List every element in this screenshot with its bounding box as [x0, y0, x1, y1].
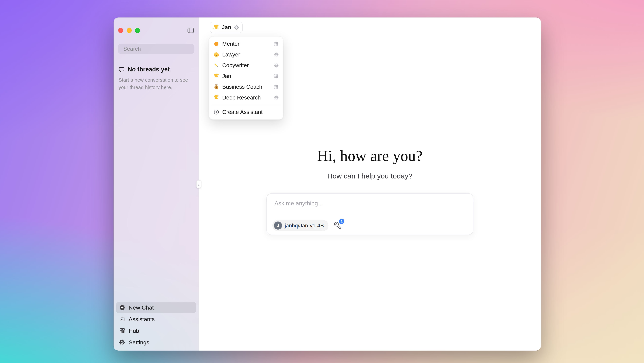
- sidebar-nav: New Chat Assistants H: [116, 302, 196, 348]
- empty-state-description: Start a new conversation to see your thr…: [118, 76, 193, 91]
- current-assistant-name: Jan: [222, 24, 231, 31]
- wave-emoji-icon: [213, 24, 219, 31]
- greeting-title: Hi, how are you?: [199, 147, 541, 165]
- sidebar-item-hub[interactable]: Hub: [116, 325, 196, 336]
- assistant-label: Lawyer: [222, 52, 240, 58]
- assistant-label: Jan: [222, 73, 231, 79]
- assistant-gear-icon[interactable]: [274, 52, 279, 57]
- robot-icon: [119, 316, 125, 322]
- grip-dots-icon: [198, 182, 200, 186]
- money-bag-emoji-icon: $: [214, 84, 219, 90]
- plus-circle-icon: [214, 109, 219, 115]
- assistant-gear-icon[interactable]: [274, 63, 279, 68]
- message-input[interactable]: [274, 200, 465, 207]
- assistant-selector-button[interactable]: Jan: [210, 22, 243, 33]
- thread-empty-state: No threads yet Start a new conversation …: [118, 66, 194, 91]
- nav-label: Hub: [129, 327, 139, 334]
- search-input[interactable]: [123, 46, 195, 52]
- greeting-subtitle: How can I help you today?: [199, 172, 541, 180]
- sidebar-item-new-chat[interactable]: New Chat: [116, 302, 196, 313]
- plus-circle-icon: [119, 304, 125, 311]
- gear-icon: [119, 339, 125, 345]
- tools-button[interactable]: 1: [334, 222, 342, 229]
- assistant-menu-item-deep-research[interactable]: Deep Research: [211, 92, 281, 103]
- nav-label: Assistants: [129, 316, 155, 322]
- assistant-gear-icon[interactable]: [274, 41, 279, 46]
- menu-divider: [212, 105, 280, 105]
- assistant-label: Deep Research: [222, 95, 261, 101]
- model-selector[interactable]: J janhq/Jan-v1-4B: [272, 220, 328, 231]
- greeting: Hi, how are you? How can I help you toda…: [199, 147, 541, 180]
- grid-icon: [119, 327, 125, 334]
- zoom-window-button[interactable]: [135, 28, 140, 33]
- app-window: No threads yet Start a new conversation …: [114, 18, 541, 350]
- model-name: janhq/Jan-v1-4B: [285, 222, 324, 229]
- sidebar: No threads yet Start a new conversation …: [114, 18, 199, 350]
- assistant-menu-item-business-coach[interactable]: $ Business Coach: [211, 82, 281, 92]
- tools-count-badge: 1: [338, 218, 345, 224]
- assistant-menu-item-jan[interactable]: Jan: [211, 71, 281, 82]
- svg-text:$: $: [216, 86, 217, 89]
- assistant-menu-item-lawyer[interactable]: Lawyer: [211, 49, 281, 60]
- assistant-gear-icon[interactable]: [274, 84, 279, 89]
- window-controls: [118, 28, 140, 33]
- assistant-gear-icon[interactable]: [274, 74, 279, 79]
- assistant-label: Copywriter: [222, 62, 249, 69]
- minimize-window-button[interactable]: [127, 28, 132, 33]
- sidebar-resize-handle[interactable]: [196, 180, 201, 188]
- sidebar-item-settings[interactable]: Settings: [116, 337, 196, 348]
- sidebar-header: [114, 18, 199, 36]
- assistant-settings-gear-icon[interactable]: [234, 25, 239, 30]
- hugging-face-emoji-icon: [214, 52, 219, 58]
- wave-emoji-icon: [214, 73, 219, 79]
- orange-circle-emoji-icon: [214, 41, 219, 47]
- assistant-menu-item-mentor[interactable]: Mentor: [211, 39, 281, 49]
- assistant-menu-item-copywriter[interactable]: Copywriter: [211, 60, 281, 71]
- pencil-emoji-icon: [214, 63, 219, 68]
- toggle-sidebar-button[interactable]: [187, 27, 194, 34]
- composer[interactable]: J janhq/Jan-v1-4B 1: [266, 193, 473, 235]
- create-assistant-button[interactable]: Create Assistant: [211, 107, 281, 118]
- assistant-label: Mentor: [222, 41, 240, 47]
- empty-state-title: No threads yet: [128, 66, 170, 73]
- sidebar-item-assistants[interactable]: Assistants: [116, 314, 196, 325]
- nav-label: Settings: [129, 339, 149, 346]
- chat-bubble-icon: [118, 66, 125, 73]
- assistant-gear-icon[interactable]: [274, 95, 279, 100]
- search-field[interactable]: [118, 44, 194, 54]
- assistant-menu: Mentor: [209, 36, 283, 120]
- sidebar-toggle-icon: [187, 27, 194, 34]
- nav-label: New Chat: [129, 304, 154, 311]
- assistant-label: Business Coach: [222, 84, 262, 90]
- create-assistant-label: Create Assistant: [222, 109, 262, 115]
- wave-emoji-icon: [214, 95, 219, 101]
- model-avatar: J: [274, 221, 282, 230]
- main-panel: Jan Mentor: [199, 18, 541, 350]
- composer-toolbar: J janhq/Jan-v1-4B 1: [272, 220, 342, 231]
- close-window-button[interactable]: [118, 28, 123, 33]
